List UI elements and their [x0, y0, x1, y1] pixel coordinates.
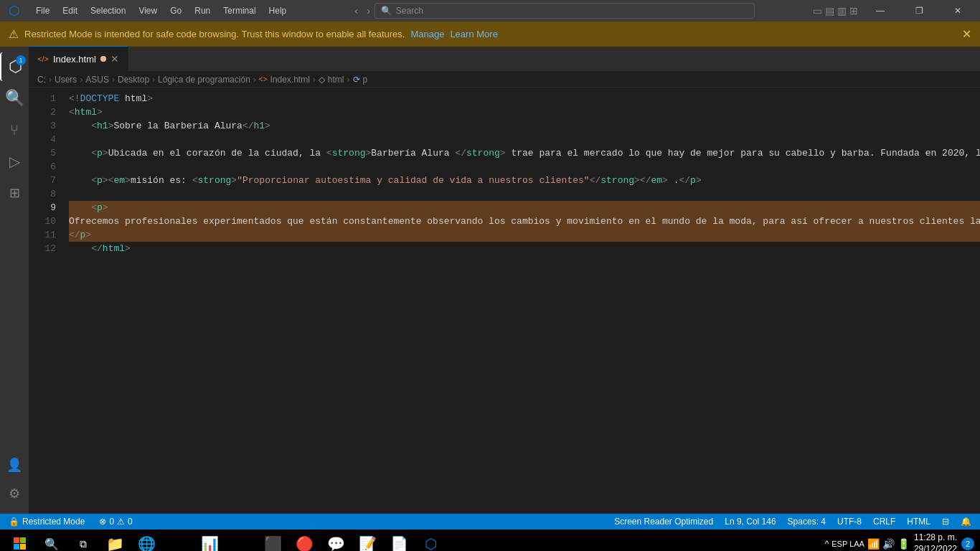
taskbar-mail[interactable]: ✉: [164, 529, 192, 551]
taskbar-chrome2[interactable]: 🔴: [290, 529, 319, 551]
menu-terminal[interactable]: Terminal: [217, 4, 261, 17]
menu-view[interactable]: View: [133, 4, 163, 17]
line-num-5: 5: [29, 146, 56, 160]
taskbar-excel[interactable]: 📊: [195, 529, 224, 551]
restricted-mode-icon: 🔒: [9, 517, 19, 527]
sidebar-item-search[interactable]: 🔍: [0, 84, 29, 113]
breadcrumb-html-tag[interactable]: html: [328, 75, 344, 85]
wifi-icon[interactable]: 📶: [867, 538, 880, 550]
taskbar-word[interactable]: 📄: [385, 529, 413, 551]
cursor-position-status[interactable]: Ln 9, Col 146: [722, 517, 778, 527]
code-line-5: <p>Ubicada en el corazón de la ciudad, l…: [69, 146, 980, 160]
tray-expand-icon[interactable]: ^: [825, 539, 829, 549]
warning-icon: ⚠: [9, 27, 19, 41]
taskbar-explorer[interactable]: 📁: [100, 529, 129, 551]
restricted-mode-status[interactable]: 🔒 Restricted Mode: [6, 517, 88, 527]
code-editor[interactable]: 1 2 3 4 5 6 7 8 9 10 11 12 <!DOCTYPE htm…: [29, 88, 980, 514]
debug-icon: ▷: [9, 153, 20, 170]
nav-back-button[interactable]: ‹: [350, 4, 362, 18]
line-ending-status[interactable]: CRLF: [870, 517, 898, 527]
tab-modified-indicator: [100, 56, 106, 62]
taskbar-notes[interactable]: 📝: [353, 529, 382, 551]
breadcrumb-desktop[interactable]: Desktop: [118, 75, 149, 85]
screen-reader-label: Screen Reader Optimized: [614, 517, 713, 527]
menu-run[interactable]: Run: [189, 4, 216, 17]
restricted-mode-label: Restricted Mode: [22, 517, 85, 527]
taskbar-clock[interactable]: 11:28 p. m. 29/12/2022: [914, 532, 957, 551]
screen-reader-status[interactable]: Screen Reader Optimized: [611, 517, 716, 527]
battery-icon[interactable]: 🔋: [897, 538, 910, 550]
breadcrumb-p-tag[interactable]: p: [363, 75, 368, 85]
warning-icon-status: ⚠: [117, 517, 125, 527]
warning-count: 0: [128, 517, 133, 527]
tab-filename: Index.html: [53, 54, 96, 65]
close-button[interactable]: ✕: [941, 0, 974, 22]
extensions-icon: ⊞: [9, 185, 20, 201]
volume-icon[interactable]: 🔊: [882, 538, 895, 550]
sidebar-item-explorer[interactable]: ⬡ 1: [0, 52, 29, 81]
breadcrumb: C: › Users › ASUS › Desktop › Lógica de …: [29, 72, 980, 88]
error-icon: ⊗: [99, 517, 106, 527]
breadcrumb-file[interactable]: Index.html: [270, 75, 310, 85]
code-line-7: <p><em>misión es: <strong>"Proporcionar …: [69, 174, 980, 187]
activity-bar-bottom: 👤 ⚙: [0, 451, 29, 508]
restricted-close-button[interactable]: ✕: [962, 27, 971, 41]
taskbar-chrome[interactable]: ⊙: [227, 529, 255, 551]
breadcrumb-folder[interactable]: Lógica de programación: [158, 75, 250, 85]
layout-icon-2[interactable]: ▤: [825, 5, 834, 17]
gear-icon: ⚙: [9, 486, 20, 501]
layout-icon-4[interactable]: ⊞: [849, 5, 858, 17]
manage-link[interactable]: Manage: [410, 29, 444, 39]
notification-count-badge[interactable]: 2: [961, 537, 974, 550]
taskbar-edge[interactable]: 🌐: [132, 529, 161, 551]
errors-status[interactable]: ⊗ 0 ⚠ 0: [96, 517, 135, 527]
svg-rect-7: [14, 537, 19, 543]
taskbar-squarespace[interactable]: ⬛: [258, 529, 287, 551]
learn-more-link[interactable]: Learn More: [450, 29, 497, 39]
taskbar-discord[interactable]: 💬: [321, 529, 350, 551]
code-line-3: <h1>Sobre la Barbería Alura</h1>: [69, 119, 980, 133]
taskbar-taskview[interactable]: ⧉: [69, 529, 98, 551]
nav-forward-button[interactable]: ›: [362, 4, 374, 18]
taskbar-vscode[interactable]: ⬡: [416, 529, 445, 551]
breadcrumb-html-symbol: ◇: [319, 75, 325, 85]
notifications-status[interactable]: 🔔: [958, 517, 974, 527]
menu-edit[interactable]: Edit: [57, 4, 83, 17]
settings-icon[interactable]: ⚙: [0, 479, 29, 508]
taskbar-search-button[interactable]: 🔍: [37, 529, 66, 551]
search-icon: 🔍: [381, 6, 392, 16]
encoding-status[interactable]: UTF-8: [834, 517, 864, 527]
start-button[interactable]: [6, 529, 34, 551]
code-line-11: [69, 255, 980, 269]
layout-status[interactable]: ⊟: [939, 517, 952, 527]
sidebar-item-source-control[interactable]: ⑂: [0, 116, 29, 144]
menu-file[interactable]: File: [30, 4, 55, 17]
spaces-status[interactable]: Spaces: 4: [785, 517, 829, 527]
search-bar[interactable]: 🔍 Search: [374, 3, 755, 19]
menu-go[interactable]: Go: [164, 4, 187, 17]
tab-close-button[interactable]: ✕: [110, 53, 119, 65]
menu-help[interactable]: Help: [263, 4, 293, 17]
title-bar-left: ⬡ File Edit Selection View Go Run Termin…: [6, 2, 292, 19]
minimize-button[interactable]: —: [864, 0, 897, 22]
clock-date: 29/12/2022: [914, 544, 957, 551]
taskbar-right: ^ ESP LAA 📶 🔊 🔋 11:28 p. m. 29/12/2022 2: [825, 532, 974, 551]
tab-index-html[interactable]: </> Index.html ✕: [29, 46, 128, 71]
menu-selection[interactable]: Selection: [85, 4, 131, 17]
account-icon[interactable]: 👤: [0, 451, 29, 479]
language-status[interactable]: HTML: [904, 517, 933, 527]
sidebar-item-debug[interactable]: ▷: [0, 147, 29, 176]
code-line-12: [69, 269, 980, 283]
breadcrumb-asus[interactable]: ASUS: [85, 75, 109, 85]
editor-area: </> Index.html ✕ ⊟ ··· C: › Users › ASUS…: [29, 47, 980, 514]
spaces-label: Spaces: 4: [788, 517, 826, 527]
restore-button[interactable]: ❐: [903, 0, 936, 22]
code-content[interactable]: <!DOCTYPE html> <html> <h1>Sobre la Barb…: [63, 88, 980, 514]
language-indicator[interactable]: ESP LAA: [831, 540, 864, 548]
layout-icon-1[interactable]: ▭: [813, 5, 822, 17]
svg-rect-8: [20, 537, 26, 543]
breadcrumb-users[interactable]: Users: [55, 75, 77, 85]
layout-icon-3[interactable]: ▥: [837, 5, 847, 17]
status-right: Screen Reader Optimized Ln 9, Col 146 Sp…: [611, 517, 974, 527]
sidebar-item-extensions[interactable]: ⊞: [0, 179, 29, 207]
